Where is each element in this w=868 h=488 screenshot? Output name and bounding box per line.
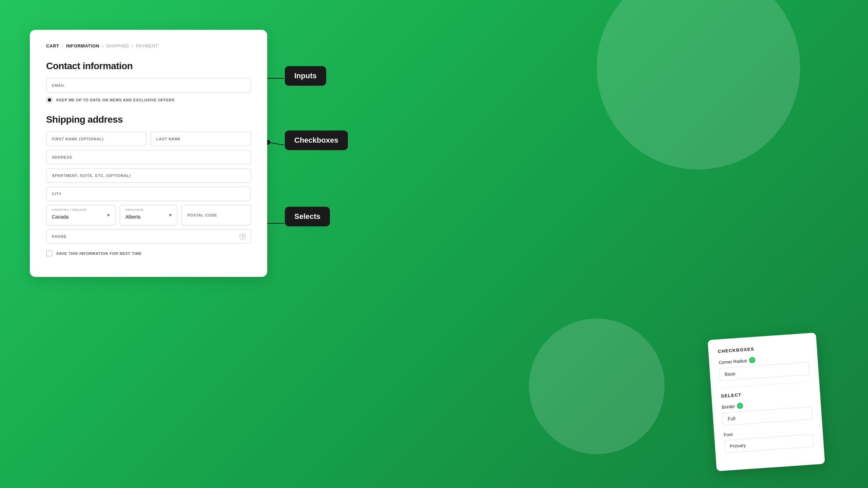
inputs-annotation: Inputs (285, 66, 326, 86)
email-input[interactable] (46, 78, 251, 93)
shipping-section-title: Shipping address (46, 114, 251, 125)
region-row: COUNTRY / REGION Canada ▼ PROVINCE Alber… (46, 205, 251, 225)
first-name-input[interactable] (46, 132, 146, 146)
newsletter-row: KEEP ME UP TO DATE ON NEWS AND EXCLUSIVE… (46, 97, 251, 103)
corner-radius-help-icon[interactable]: ? (749, 357, 755, 363)
province-chevron-icon: ▼ (168, 213, 172, 218)
contact-section-title: Contact information (46, 61, 251, 72)
save-info-checkbox[interactable] (46, 250, 52, 257)
bg-decoration-2 (529, 319, 665, 454)
checkboxes-section-title: CHECKBOXES (718, 343, 807, 354)
bg-decoration-1 (597, 0, 800, 169)
breadcrumb-payment[interactable]: PAYMENT (136, 43, 158, 48)
svg-line-1 (268, 142, 284, 145)
apartment-input[interactable] (46, 168, 251, 183)
save-info-label: SAVE THIS INFORMATION FOR NEXT TIME (56, 251, 142, 256)
country-select-wrapper: COUNTRY / REGION Canada ▼ (46, 205, 116, 225)
country-select[interactable]: COUNTRY / REGION Canada ▼ (46, 205, 116, 225)
breadcrumb-sep-2: › (102, 43, 103, 48)
province-select[interactable]: PROVINCE Alberta ▼ (120, 205, 178, 225)
breadcrumb-cart[interactable]: CART (46, 43, 59, 48)
font-value[interactable]: Primary (724, 434, 814, 453)
country-chevron-icon: ▼ (106, 213, 111, 218)
settings-panel: CHECKBOXES Corner Radius ? Base SELECT B… (708, 332, 825, 471)
address-input[interactable] (46, 150, 251, 164)
form-card: CART › INFORMATION › SHIPPING › PAYMENT … (30, 30, 267, 277)
newsletter-label: KEEP ME UP TO DATE ON NEWS AND EXCLUSIVE… (56, 98, 175, 102)
city-input[interactable] (46, 187, 251, 201)
last-name-input[interactable] (151, 132, 251, 146)
border-help-icon[interactable]: ? (737, 403, 743, 409)
corner-radius-value[interactable]: Base (719, 362, 809, 381)
breadcrumb-information[interactable]: INFORMATION (66, 43, 99, 48)
phone-input[interactable] (46, 229, 251, 244)
breadcrumb-shipping[interactable]: SHIPPING (106, 43, 129, 48)
checkbox-checked-indicator (48, 98, 51, 102)
province-select-wrapper: PROVINCE Alberta ▼ (120, 205, 178, 225)
name-row (46, 132, 251, 146)
postal-code-input[interactable] (181, 205, 251, 225)
select-section-title: SELECT (721, 387, 810, 399)
newsletter-checkbox[interactable] (46, 97, 53, 103)
save-info-row: SAVE THIS INFORMATION FOR NEXT TIME (46, 250, 251, 257)
country-label: COUNTRY / REGION (52, 208, 86, 211)
breadcrumb-sep-1: › (62, 43, 63, 48)
breadcrumb-sep-3: › (132, 43, 133, 48)
phone-help-icon[interactable]: ? (239, 233, 246, 240)
checkboxes-annotation: Checkboxes (285, 130, 348, 150)
breadcrumb: CART › INFORMATION › SHIPPING › PAYMENT (46, 43, 251, 48)
province-label: PROVINCE (125, 208, 144, 211)
phone-wrapper: ? (46, 229, 251, 244)
settings-divider-1 (721, 382, 810, 388)
selects-annotation: Selects (285, 207, 330, 226)
border-value[interactable]: Full (722, 407, 812, 426)
